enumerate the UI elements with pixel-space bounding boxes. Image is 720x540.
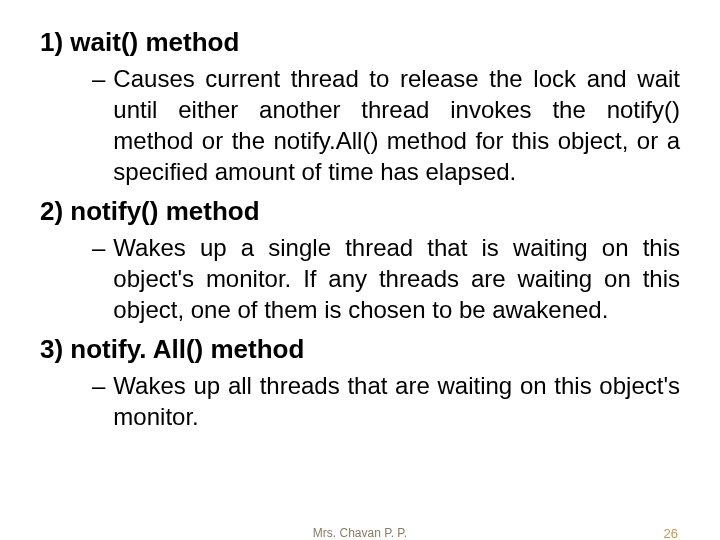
heading-3: 3) notify. All() method: [40, 333, 680, 366]
bullet-text-2: Wakes up a single thread that is waiting…: [113, 232, 680, 326]
heading-1: 1) wait() method: [40, 26, 680, 59]
footer-page-number: 26: [664, 526, 678, 540]
list-item: – Wakes up all threads that are waiting …: [92, 370, 680, 432]
bullet-text-1: Causes current thread to release the loc…: [113, 63, 680, 188]
list-item: – Causes current thread to release the l…: [92, 63, 680, 188]
bullet-block-3: – Wakes up all threads that are waiting …: [92, 370, 680, 432]
bullet-block-2: – Wakes up a single thread that is waiti…: [92, 232, 680, 326]
bullet-text-3: Wakes up all threads that are waiting on…: [113, 370, 680, 432]
slide: 1) wait() method – Causes current thread…: [0, 0, 720, 540]
bullet-block-1: – Causes current thread to release the l…: [92, 63, 680, 188]
bullet-dash-icon: –: [92, 232, 105, 263]
footer-author: Mrs. Chavan P. P.: [0, 526, 720, 540]
heading-2: 2) notify() method: [40, 195, 680, 228]
bullet-dash-icon: –: [92, 370, 105, 401]
bullet-dash-icon: –: [92, 63, 105, 94]
list-item: – Wakes up a single thread that is waiti…: [92, 232, 680, 326]
